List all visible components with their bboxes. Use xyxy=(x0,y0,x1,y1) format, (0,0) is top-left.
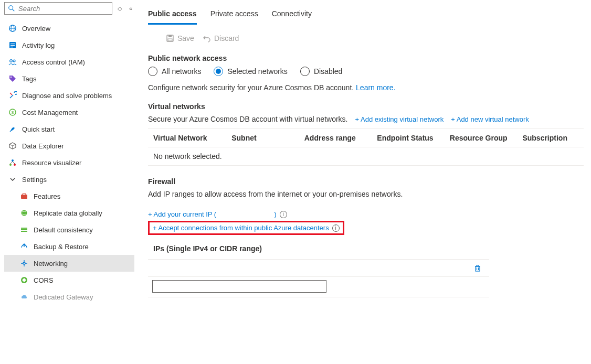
public-network-radio-group: All networks Selected networks Disabled xyxy=(148,67,591,76)
sidebar-settings-toggle[interactable]: Settings xyxy=(4,171,134,188)
sidebar-item-diagnose[interactable]: Diagnose and solve problems xyxy=(4,87,134,104)
collapse-icon[interactable]: « xyxy=(127,5,134,12)
radio-label: Selected networks xyxy=(227,67,287,76)
accept-datacenters-link[interactable]: + Accept connections from within public … xyxy=(153,224,329,232)
col-address-range: Address range xyxy=(304,134,377,142)
sidebar-item-label: Quick start xyxy=(22,125,55,133)
ip-range-input[interactable] xyxy=(152,280,326,293)
toolbar: Save Discard xyxy=(148,31,591,54)
svg-rect-7 xyxy=(10,45,15,46)
svg-rect-8 xyxy=(10,47,13,47)
search-input[interactable] xyxy=(18,5,109,13)
svg-rect-6 xyxy=(10,44,15,44)
globe-icon xyxy=(8,24,17,33)
tag-icon xyxy=(8,74,17,83)
radio-label: All networks xyxy=(162,67,201,76)
sidebar-item-dedicated-gateway[interactable]: Dedicated Gateway xyxy=(4,288,134,305)
tab-connectivity[interactable]: Connectivity xyxy=(272,4,312,25)
add-new-vnet-link[interactable]: + Add new virtual network xyxy=(451,115,529,123)
sidebar-item-consistency[interactable]: Default consistency xyxy=(4,221,134,238)
cloud-icon xyxy=(20,293,28,301)
tab-private-access[interactable]: Private access xyxy=(210,4,258,25)
settings-label: Settings xyxy=(22,176,47,184)
radio-icon xyxy=(300,67,310,76)
sidebar-item-activity-log[interactable]: Activity log xyxy=(4,37,134,53)
radio-selected-networks[interactable]: Selected networks xyxy=(214,67,287,76)
bars-icon xyxy=(20,226,28,234)
empty-text: No network selected. xyxy=(153,152,578,160)
firewall-desc: Add IP ranges to allow access from the i… xyxy=(148,190,591,198)
cube-icon xyxy=(8,142,17,150)
table-header-row: Virtual Network Subnet Address range End… xyxy=(148,129,584,147)
network-icon xyxy=(20,259,28,267)
sidebar-item-overview[interactable]: Overview xyxy=(4,20,134,37)
add-current-ip-link[interactable]: + Add your current IP () xyxy=(148,210,277,218)
discard-button[interactable]: Discard xyxy=(203,34,239,42)
sidebar-search[interactable] xyxy=(4,2,112,15)
radio-disabled[interactable]: Disabled xyxy=(300,67,342,76)
save-label: Save xyxy=(177,34,194,42)
info-icon[interactable]: i xyxy=(332,224,340,232)
search-icon xyxy=(8,5,15,12)
sidebar-item-label: Diagnose and solve problems xyxy=(22,92,112,100)
svg-rect-28 xyxy=(476,266,480,271)
sidebar-item-label: Resource visualizer xyxy=(22,159,81,167)
table-empty-row: No network selected. xyxy=(148,147,584,166)
sidebar-item-access-control[interactable]: Access control (IAM) xyxy=(4,53,134,70)
ip-table-row xyxy=(148,259,489,277)
add-existing-vnet-link[interactable]: + Add existing virtual network xyxy=(355,115,444,123)
trash-icon[interactable] xyxy=(473,264,482,272)
sidebar-item-label: Dedicated Gateway xyxy=(34,293,93,301)
wrench-icon xyxy=(8,91,17,100)
sidebar-item-cors[interactable]: CORS xyxy=(4,272,134,288)
sidebar-item-label: Cost Management xyxy=(22,109,78,116)
sidebar-item-cost-management[interactable]: $ Cost Management xyxy=(4,104,134,121)
chevron-down-icon xyxy=(8,175,17,184)
sidebar-item-label: Overview xyxy=(22,25,50,33)
svg-point-23 xyxy=(23,262,25,264)
radio-all-networks[interactable]: All networks xyxy=(148,67,201,76)
svg-text:$: $ xyxy=(12,110,14,115)
log-icon xyxy=(8,41,17,49)
tabs: Public access Private access Connectivit… xyxy=(148,4,591,25)
sidebar-item-label: Default consistency xyxy=(34,226,93,234)
save-button[interactable]: Save xyxy=(166,34,194,42)
col-subscription: Subscription xyxy=(522,134,578,142)
svg-point-10 xyxy=(13,60,15,62)
vnet-heading: Virtual networks xyxy=(148,102,591,111)
sidebar-item-label: Tags xyxy=(22,75,36,83)
main-content: Public access Private access Connectivit… xyxy=(134,0,591,364)
sidebar-item-replicate[interactable]: Replicate data globally xyxy=(4,205,134,221)
sidebar: ◇ « Overview Activity log Access control… xyxy=(0,0,134,364)
radio-icon xyxy=(148,67,157,76)
info-icon[interactable]: i xyxy=(280,211,287,218)
tab-public-access[interactable]: Public access xyxy=(148,4,197,25)
learn-more-link[interactable]: Learn more. xyxy=(356,83,395,92)
svg-rect-20 xyxy=(21,228,27,229)
sidebar-item-label: Features xyxy=(34,192,60,200)
sidebar-item-backup[interactable]: Backup & Restore xyxy=(4,238,134,255)
svg-rect-21 xyxy=(21,229,27,230)
public-network-desc: Configure network security for your Azur… xyxy=(148,83,591,92)
sidebar-item-label: Activity log xyxy=(22,41,55,49)
col-subnet: Subnet xyxy=(231,134,304,142)
svg-point-16 xyxy=(14,164,16,166)
ip-input-row xyxy=(148,277,489,297)
sidebar-item-data-explorer[interactable]: Data Explorer xyxy=(4,137,134,154)
svg-point-19 xyxy=(22,210,27,216)
cost-icon: $ xyxy=(8,108,17,116)
col-resource-group: Resource Group xyxy=(450,134,523,142)
sidebar-item-resource-visualizer[interactable]: Resource visualizer xyxy=(4,154,134,171)
svg-rect-27 xyxy=(168,39,172,41)
undo-icon xyxy=(203,34,211,42)
graph-icon xyxy=(8,158,17,167)
sidebar-item-label: Data Explorer xyxy=(22,142,64,150)
sidebar-item-label: Backup & Restore xyxy=(34,243,89,251)
sidebar-item-networking[interactable]: Networking xyxy=(4,255,134,272)
svg-rect-22 xyxy=(21,231,27,232)
expand-icon[interactable]: ◇ xyxy=(115,5,124,12)
sidebar-item-features[interactable]: Features xyxy=(4,188,134,205)
globe-replicate-icon xyxy=(20,209,28,217)
sidebar-item-quick-start[interactable]: Quick start xyxy=(4,121,134,137)
sidebar-item-tags[interactable]: Tags xyxy=(4,70,134,87)
